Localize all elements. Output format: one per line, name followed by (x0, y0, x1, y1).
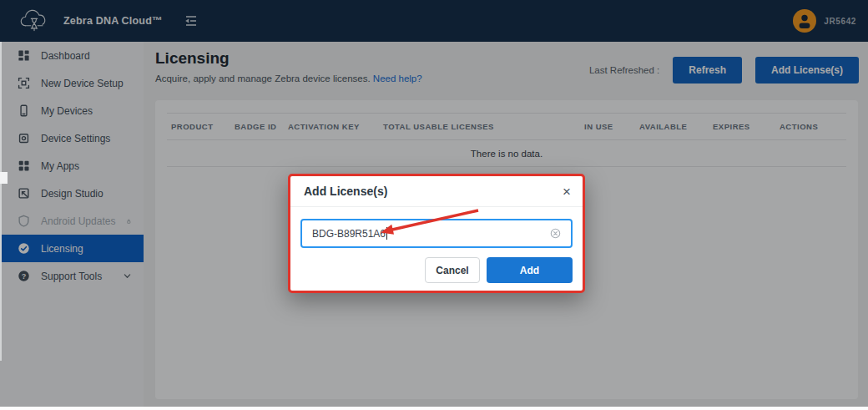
license-key-value: BDG-B89R51A6 (312, 228, 386, 240)
window-edge-artifact (0, 172, 8, 184)
dialog-header: Add License(s) × (290, 176, 583, 207)
dialog-title: Add License(s) (304, 185, 387, 198)
add-button[interactable]: Add (487, 257, 573, 283)
cancel-button[interactable]: Cancel (425, 257, 480, 283)
clear-input-icon[interactable] (550, 228, 561, 239)
license-key-input[interactable]: BDG-B89R51A6 (300, 219, 573, 248)
window-edge-artifact (0, 42, 2, 361)
dialog-footer: Cancel Add (425, 257, 573, 283)
text-caret (386, 227, 387, 240)
close-icon[interactable]: × (563, 185, 571, 199)
add-licenses-dialog: Add License(s) × BDG-B89R51A6 Cancel Add (288, 174, 585, 293)
zebra-dna-cloud-app: Zebra DNA Cloud™ JR5642 Das (0, 0, 868, 410)
window-edge-artifact (0, 407, 868, 410)
